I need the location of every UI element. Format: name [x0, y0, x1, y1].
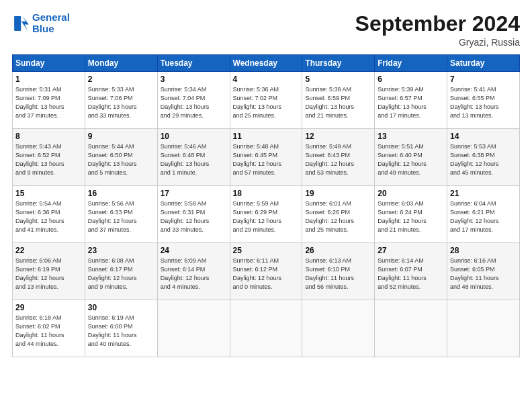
col-sunday: Sunday — [13, 55, 85, 72]
day-number: 16 — [88, 189, 154, 198]
day-number: 24 — [161, 246, 227, 255]
svg-marker-0 — [21, 16, 29, 31]
day-number: 8 — [15, 132, 82, 141]
day-number: 11 — [233, 132, 300, 141]
day-info: Sunrise: 6:09 AM Sunset: 6:14 PM Dayligh… — [161, 257, 227, 291]
day-info: Sunrise: 5:48 AM Sunset: 6:45 PM Dayligh… — [233, 142, 300, 177]
day-number: 20 — [378, 189, 444, 198]
day-number: 21 — [450, 189, 517, 198]
table-row: 6Sunrise: 5:39 AM Sunset: 6:57 PM Daylig… — [375, 72, 447, 129]
table-row — [447, 300, 520, 357]
day-info: Sunrise: 5:59 AM Sunset: 6:29 PM Dayligh… — [233, 199, 300, 234]
col-friday: Friday — [375, 55, 447, 72]
day-info: Sunrise: 5:43 AM Sunset: 6:52 PM Dayligh… — [15, 142, 82, 177]
table-row: 9Sunrise: 5:44 AM Sunset: 6:50 PM Daylig… — [85, 129, 157, 186]
day-info: Sunrise: 5:31 AM Sunset: 7:09 PM Dayligh… — [15, 85, 82, 120]
title-block: September 2024 Gryazi, Russia — [355, 12, 520, 48]
day-number: 4 — [233, 75, 300, 84]
day-info: Sunrise: 6:06 AM Sunset: 6:19 PM Dayligh… — [15, 257, 82, 291]
day-info: Sunrise: 5:39 AM Sunset: 6:57 PM Dayligh… — [378, 85, 444, 120]
page: General Blue September 2024 Gryazi, Russ… — [0, 0, 532, 411]
location: Gryazi, Russia — [355, 37, 520, 48]
day-info: Sunrise: 6:13 AM Sunset: 6:10 PM Dayligh… — [305, 257, 371, 291]
day-number: 17 — [161, 189, 227, 198]
table-row: 24Sunrise: 6:09 AM Sunset: 6:14 PM Dayli… — [157, 243, 230, 300]
day-info: Sunrise: 6:11 AM Sunset: 6:12 PM Dayligh… — [233, 257, 300, 291]
table-row: 12Sunrise: 5:49 AM Sunset: 6:43 PM Dayli… — [302, 129, 375, 186]
day-info: Sunrise: 5:58 AM Sunset: 6:31 PM Dayligh… — [161, 199, 227, 234]
table-row: 3Sunrise: 5:34 AM Sunset: 7:04 PM Daylig… — [157, 72, 230, 129]
day-number: 14 — [450, 132, 517, 141]
day-number: 7 — [450, 75, 517, 84]
table-row: 11Sunrise: 5:48 AM Sunset: 6:45 PM Dayli… — [230, 129, 302, 186]
table-row: 19Sunrise: 6:01 AM Sunset: 6:26 PM Dayli… — [302, 186, 375, 243]
table-row: 17Sunrise: 5:58 AM Sunset: 6:31 PM Dayli… — [157, 186, 230, 243]
day-info: Sunrise: 5:51 AM Sunset: 6:40 PM Dayligh… — [378, 142, 444, 177]
table-row: 18Sunrise: 5:59 AM Sunset: 6:29 PM Dayli… — [230, 186, 302, 243]
col-saturday: Saturday — [447, 55, 520, 72]
table-row: 30Sunrise: 6:19 AM Sunset: 6:00 PM Dayli… — [85, 300, 157, 357]
day-number: 28 — [450, 246, 517, 255]
table-row: 29Sunrise: 6:18 AM Sunset: 6:02 PM Dayli… — [13, 300, 85, 357]
table-row: 20Sunrise: 6:03 AM Sunset: 6:24 PM Dayli… — [375, 186, 447, 243]
table-row: 21Sunrise: 6:04 AM Sunset: 6:21 PM Dayli… — [447, 186, 520, 243]
day-info: Sunrise: 5:56 AM Sunset: 6:33 PM Dayligh… — [88, 199, 154, 234]
day-info: Sunrise: 6:08 AM Sunset: 6:17 PM Dayligh… — [88, 257, 154, 291]
day-info: Sunrise: 5:53 AM Sunset: 6:38 PM Dayligh… — [450, 142, 517, 177]
col-wednesday: Wednesday — [230, 55, 302, 72]
day-info: Sunrise: 6:19 AM Sunset: 6:00 PM Dayligh… — [88, 314, 154, 349]
day-number: 10 — [161, 132, 227, 141]
table-row — [157, 300, 230, 357]
table-row: 15Sunrise: 5:54 AM Sunset: 6:36 PM Dayli… — [13, 186, 85, 243]
col-tuesday: Tuesday — [157, 55, 230, 72]
day-info: Sunrise: 5:41 AM Sunset: 6:55 PM Dayligh… — [450, 85, 517, 120]
col-thursday: Thursday — [302, 55, 375, 72]
table-row: 5Sunrise: 5:38 AM Sunset: 6:59 PM Daylig… — [302, 72, 375, 129]
day-info: Sunrise: 6:16 AM Sunset: 6:05 PM Dayligh… — [450, 257, 517, 291]
calendar-header-row: Sunday Monday Tuesday Wednesday Thursday… — [13, 55, 520, 72]
table-row: 2Sunrise: 5:33 AM Sunset: 7:06 PM Daylig… — [85, 72, 157, 129]
day-info: Sunrise: 5:44 AM Sunset: 6:50 PM Dayligh… — [88, 142, 154, 177]
calendar-week-4: 22Sunrise: 6:06 AM Sunset: 6:19 PM Dayli… — [13, 243, 520, 300]
logo: General Blue — [12, 12, 70, 34]
logo-icon — [12, 14, 31, 33]
day-number: 18 — [233, 189, 300, 198]
header: General Blue September 2024 Gryazi, Russ… — [12, 12, 520, 48]
day-number: 13 — [378, 132, 444, 141]
table-row: 25Sunrise: 6:11 AM Sunset: 6:12 PM Dayli… — [230, 243, 302, 300]
day-number: 6 — [378, 75, 444, 84]
table-row: 14Sunrise: 5:53 AM Sunset: 6:38 PM Dayli… — [447, 129, 520, 186]
table-row — [302, 300, 375, 357]
table-row — [375, 300, 447, 357]
table-row: 4Sunrise: 5:36 AM Sunset: 7:02 PM Daylig… — [230, 72, 302, 129]
day-number: 30 — [88, 303, 154, 312]
svg-rect-1 — [14, 16, 21, 31]
day-info: Sunrise: 6:01 AM Sunset: 6:26 PM Dayligh… — [305, 199, 371, 234]
table-row — [230, 300, 302, 357]
day-number: 2 — [88, 75, 154, 84]
table-row: 22Sunrise: 6:06 AM Sunset: 6:19 PM Dayli… — [13, 243, 85, 300]
calendar-week-1: 1Sunrise: 5:31 AM Sunset: 7:09 PM Daylig… — [13, 72, 520, 129]
calendar-table: Sunday Monday Tuesday Wednesday Thursday… — [12, 54, 520, 357]
day-number: 23 — [88, 246, 154, 255]
day-number: 9 — [88, 132, 154, 141]
day-info: Sunrise: 6:04 AM Sunset: 6:21 PM Dayligh… — [450, 199, 517, 234]
calendar-week-3: 15Sunrise: 5:54 AM Sunset: 6:36 PM Dayli… — [13, 186, 520, 243]
day-info: Sunrise: 6:18 AM Sunset: 6:02 PM Dayligh… — [15, 314, 82, 349]
day-info: Sunrise: 5:33 AM Sunset: 7:06 PM Dayligh… — [88, 85, 154, 120]
table-row: 13Sunrise: 5:51 AM Sunset: 6:40 PM Dayli… — [375, 129, 447, 186]
day-number: 1 — [15, 75, 82, 84]
month-title: September 2024 — [355, 12, 520, 36]
day-number: 15 — [15, 189, 82, 198]
day-number: 27 — [378, 246, 444, 255]
table-row: 1Sunrise: 5:31 AM Sunset: 7:09 PM Daylig… — [13, 72, 85, 129]
table-row: 26Sunrise: 6:13 AM Sunset: 6:10 PM Dayli… — [302, 243, 375, 300]
day-number: 5 — [305, 75, 371, 84]
day-info: Sunrise: 6:14 AM Sunset: 6:07 PM Dayligh… — [378, 257, 444, 291]
day-info: Sunrise: 5:38 AM Sunset: 6:59 PM Dayligh… — [305, 85, 371, 120]
day-info: Sunrise: 5:49 AM Sunset: 6:43 PM Dayligh… — [305, 142, 371, 177]
day-info: Sunrise: 5:34 AM Sunset: 7:04 PM Dayligh… — [161, 85, 227, 120]
calendar-week-2: 8Sunrise: 5:43 AM Sunset: 6:52 PM Daylig… — [13, 129, 520, 186]
day-number: 29 — [15, 303, 82, 312]
day-info: Sunrise: 5:46 AM Sunset: 6:48 PM Dayligh… — [161, 142, 227, 177]
